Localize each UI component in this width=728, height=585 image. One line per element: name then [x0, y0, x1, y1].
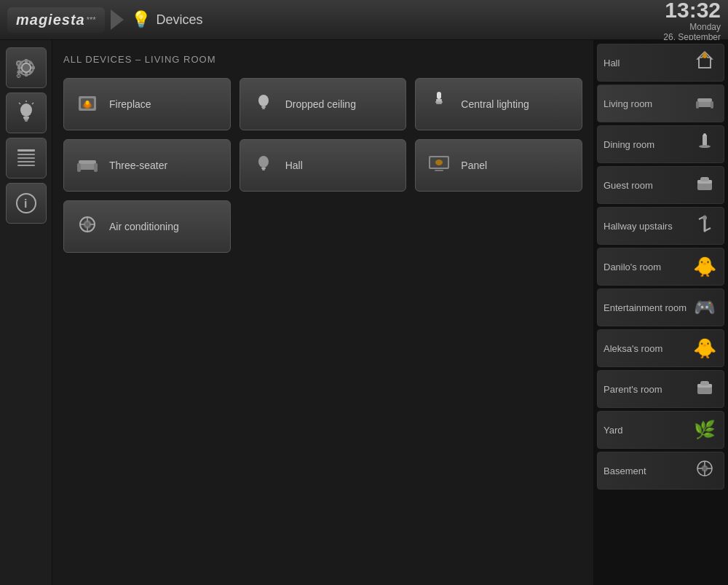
svg-rect-8: [25, 73, 28, 76]
svg-point-68: [699, 145, 711, 148]
device-card-three-seater[interactable]: Three-seater: [63, 139, 231, 192]
svg-rect-65: [696, 101, 699, 109]
svg-rect-39: [435, 101, 443, 103]
device-label-hall: Hall: [285, 160, 303, 171]
svg-point-76: [703, 216, 707, 220]
device-label-panel: Panel: [461, 160, 487, 171]
device-label-three-seater: Three-seater: [109, 160, 167, 171]
room-icon-guest-room: [692, 173, 718, 197]
svg-rect-36: [262, 108, 265, 109]
sidebar-btn-settings[interactable]: ⚙: [6, 47, 47, 88]
room-item-entertainment-room[interactable]: Entertainment room 🎮: [597, 288, 724, 326]
room-icon-basement: [692, 458, 718, 483]
panel-icon: [426, 152, 452, 180]
svg-line-21: [19, 103, 20, 104]
clock-area: 13:32 Monday 26. September: [663, 0, 721, 42]
svg-point-50: [435, 160, 443, 165]
room-icon-dining-room: [692, 132, 718, 157]
svg-rect-16: [23, 117, 29, 119]
svg-rect-46: [261, 168, 266, 169]
room-icon-aleksas-room: 🐥: [692, 337, 718, 360]
section-header: ALL DEVICES – LIVING ROOM: [63, 51, 582, 68]
device-card-dropped-ceiling[interactable]: Dropped ceiling: [240, 78, 407, 130]
svg-text:i: i: [24, 197, 27, 210]
sidebar-btn-blinds[interactable]: [6, 138, 47, 178]
right-sidebar: Hall Living room: [593, 40, 728, 585]
room-item-danilos-room[interactable]: Danilo's room 🐥: [597, 248, 724, 286]
svg-rect-37: [437, 92, 441, 99]
device-card-panel[interactable]: Panel: [415, 139, 582, 192]
room-item-living-room[interactable]: Living room: [597, 85, 724, 122]
sidebar-btn-bulb[interactable]: [6, 93, 47, 133]
room-item-dining-room[interactable]: Dining room: [597, 125, 724, 163]
header-title: Devices: [157, 12, 664, 28]
device-card-hall[interactable]: Hall: [240, 139, 407, 192]
logo: magiesta ***: [7, 7, 105, 33]
clock-day: Monday: [689, 22, 721, 32]
svg-rect-64: [697, 98, 712, 102]
sidebar-btn-info[interactable]: i: [6, 183, 47, 224]
svg-rect-18: [25, 120, 28, 122]
svg-rect-66: [711, 101, 713, 109]
svg-rect-47: [262, 169, 265, 170]
device-icon: 💡: [131, 10, 151, 29]
room-item-hallway-upstairs[interactable]: Hallway upstairs: [597, 207, 724, 245]
room-item-guest-room[interactable]: Guest room: [597, 166, 724, 204]
room-icon-entertainment-room: 🎮: [692, 297, 718, 318]
svg-point-45: [258, 156, 269, 168]
content-area: ALL DEVICES – LIVING ROOM Fireplace: [52, 40, 593, 585]
left-sidebar: ⚙: [0, 40, 52, 585]
device-label-fireplace: Fireplace: [109, 98, 151, 110]
svg-point-34: [258, 95, 269, 106]
svg-rect-69: [703, 133, 706, 136]
room-icon-hall: [692, 50, 718, 75]
air-conditioning-icon: [74, 213, 100, 241]
svg-point-86: [703, 467, 707, 471]
three-seater-icon: [74, 152, 100, 180]
svg-rect-44: [94, 163, 98, 172]
room-item-basement[interactable]: Basement: [597, 452, 724, 490]
svg-rect-22: [17, 149, 35, 152]
room-icon-hallway-upstairs: [692, 213, 718, 238]
room-item-hall[interactable]: Hall: [597, 44, 724, 82]
svg-rect-42: [79, 160, 96, 164]
clock: 13:32: [665, 0, 721, 22]
svg-rect-25: [17, 161, 35, 162]
device-card-air-conditioning[interactable]: Air conditioning: [63, 200, 231, 253]
device-label-central-lighting: Central lighting: [461, 98, 529, 110]
logo-dots: ***: [87, 15, 96, 24]
svg-rect-72: [700, 177, 709, 181]
svg-rect-79: [700, 381, 709, 385]
svg-text:⚙: ⚙: [16, 73, 21, 79]
fireplace-icon: [74, 90, 100, 119]
svg-rect-26: [17, 165, 35, 166]
logo-text: magiesta: [16, 12, 85, 28]
device-grid: Fireplace Dropped ceiling: [63, 78, 582, 253]
main-layout: ⚙: [0, 40, 728, 585]
room-item-parents-room[interactable]: Parent's room: [597, 370, 724, 408]
room-icon-parents-room: [692, 377, 718, 401]
room-item-yard[interactable]: Yard 🌿: [597, 411, 724, 449]
svg-rect-17: [24, 119, 28, 120]
svg-rect-51: [435, 170, 443, 171]
svg-rect-40: [436, 103, 442, 104]
room-item-aleksas-room[interactable]: Aleksa's room 🐥: [597, 329, 724, 367]
device-label-air-conditioning: Air conditioning: [109, 221, 179, 232]
svg-point-61: [703, 54, 707, 58]
svg-point-6: [23, 64, 30, 71]
svg-point-33: [86, 101, 89, 105]
svg-rect-38: [436, 99, 442, 101]
svg-rect-35: [261, 106, 266, 108]
device-card-central-lighting[interactable]: Central lighting: [415, 78, 582, 130]
device-card-fireplace[interactable]: Fireplace: [63, 78, 231, 130]
room-icon-living-room: [692, 91, 718, 116]
svg-rect-24: [17, 157, 35, 159]
room-icon-danilos-room: 🐥: [692, 256, 718, 278]
svg-rect-7: [25, 59, 28, 63]
svg-rect-23: [17, 154, 35, 155]
svg-rect-67: [703, 135, 707, 146]
header: magiesta *** 💡 Devices 13:32 Monday 26. …: [0, 0, 728, 40]
dropped-ceiling-icon: [250, 90, 277, 119]
svg-rect-9: [17, 66, 21, 69]
central-lighting-icon: [426, 90, 452, 119]
